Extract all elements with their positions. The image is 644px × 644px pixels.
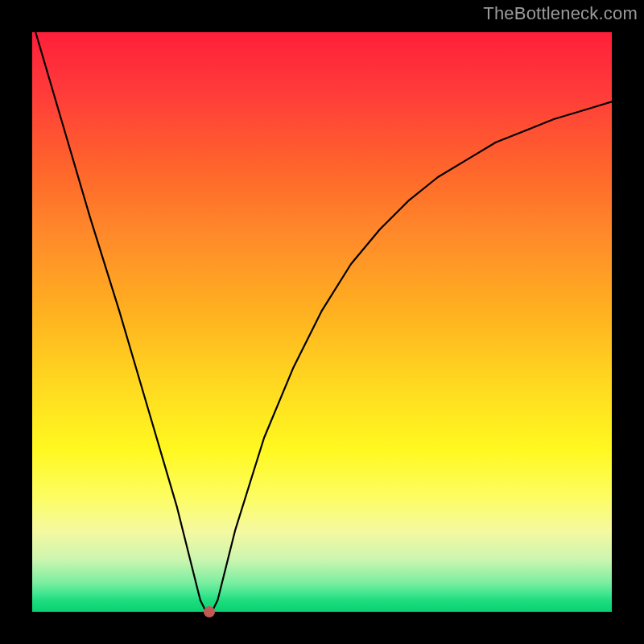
plot-area — [32, 32, 612, 612]
bottleneck-curve — [32, 32, 612, 612]
chart-frame: TheBottleneck.com — [0, 0, 644, 644]
curve-svg — [32, 32, 612, 612]
watermark-text: TheBottleneck.com — [483, 3, 638, 24]
optimum-marker — [204, 606, 215, 617]
